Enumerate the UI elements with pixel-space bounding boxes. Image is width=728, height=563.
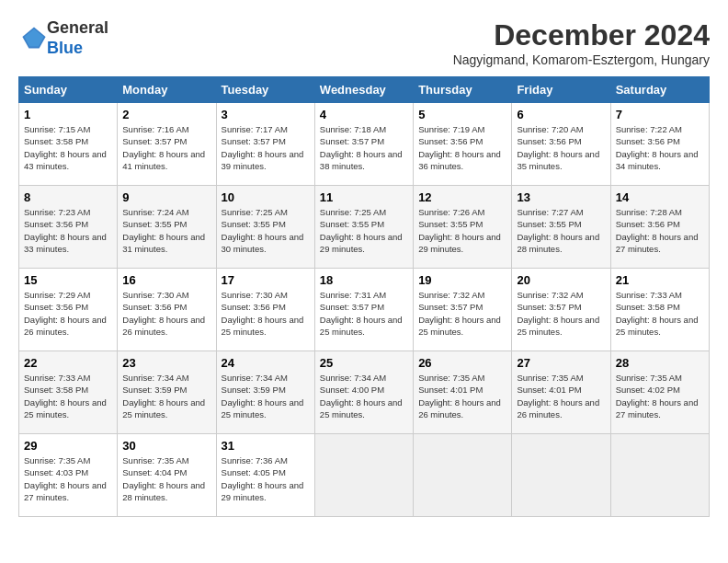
day-info: Sunrise: 7:17 AM Sunset: 3:57 PM Dayligh…: [222, 123, 310, 172]
header-monday: Monday: [118, 77, 216, 103]
day-number: 23: [122, 356, 210, 370]
day-number: 3: [222, 108, 310, 121]
day-info: Sunrise: 7:26 AM Sunset: 3:55 PM Dayligh…: [418, 206, 506, 255]
day-number: 12: [418, 190, 506, 204]
calendar-cell: 9Sunrise: 7:24 AM Sunset: 3:55 PM Daylig…: [118, 186, 216, 269]
day-number: 31: [222, 439, 310, 453]
day-number: 8: [24, 190, 112, 204]
day-number: 22: [24, 356, 112, 370]
calendar-cell: 22Sunrise: 7:33 AM Sunset: 3:58 PM Dayli…: [19, 351, 118, 434]
day-info: Sunrise: 7:29 AM Sunset: 3:56 PM Dayligh…: [24, 289, 112, 338]
calendar-week-5: 29Sunrise: 7:35 AM Sunset: 4:03 PM Dayli…: [19, 434, 710, 517]
day-info: Sunrise: 7:32 AM Sunset: 3:57 PM Dayligh…: [517, 289, 605, 338]
calendar-cell: [414, 434, 512, 517]
day-info: Sunrise: 7:27 AM Sunset: 3:55 PM Dayligh…: [517, 206, 605, 255]
day-number: 25: [320, 356, 408, 370]
calendar-cell: 2Sunrise: 7:16 AM Sunset: 3:57 PM Daylig…: [118, 103, 216, 186]
day-info: Sunrise: 7:16 AM Sunset: 3:57 PM Dayligh…: [122, 123, 210, 172]
calendar-cell: 31Sunrise: 7:36 AM Sunset: 4:05 PM Dayli…: [216, 434, 314, 517]
logo-icon: [21, 24, 47, 50]
day-info: Sunrise: 7:35 AM Sunset: 4:02 PM Dayligh…: [616, 372, 704, 420]
day-number: 6: [517, 108, 605, 121]
day-number: 20: [517, 273, 605, 287]
calendar-cell: 3Sunrise: 7:17 AM Sunset: 3:57 PM Daylig…: [216, 103, 314, 186]
day-number: 4: [320, 108, 408, 121]
day-number: 15: [24, 273, 112, 287]
day-info: Sunrise: 7:35 AM Sunset: 4:01 PM Dayligh…: [517, 372, 605, 420]
day-info: Sunrise: 7:30 AM Sunset: 3:56 PM Dayligh…: [222, 289, 310, 338]
day-number: 26: [418, 356, 506, 370]
day-number: 29: [24, 439, 112, 453]
calendar-header-row: SundayMondayTuesdayWednesdayThursdayFrid…: [19, 77, 710, 103]
calendar-cell: 15Sunrise: 7:29 AM Sunset: 3:56 PM Dayli…: [19, 269, 118, 351]
calendar-cell: 17Sunrise: 7:30 AM Sunset: 3:56 PM Dayli…: [216, 269, 314, 351]
header-tuesday: Tuesday: [216, 77, 314, 103]
calendar-week-4: 22Sunrise: 7:33 AM Sunset: 3:58 PM Dayli…: [19, 351, 710, 434]
day-info: Sunrise: 7:34 AM Sunset: 4:00 PM Dayligh…: [320, 372, 408, 420]
day-number: 7: [616, 108, 704, 121]
day-number: 19: [418, 273, 506, 287]
calendar-cell: 24Sunrise: 7:34 AM Sunset: 3:59 PM Dayli…: [216, 351, 314, 434]
header-sunday: Sunday: [19, 77, 118, 103]
day-info: Sunrise: 7:33 AM Sunset: 3:58 PM Dayligh…: [24, 372, 112, 420]
calendar-cell: 13Sunrise: 7:27 AM Sunset: 3:55 PM Dayli…: [512, 186, 610, 269]
day-number: 9: [122, 190, 210, 204]
calendar-cell: 23Sunrise: 7:34 AM Sunset: 3:59 PM Dayli…: [118, 351, 216, 434]
calendar-cell: 20Sunrise: 7:32 AM Sunset: 3:57 PM Dayli…: [512, 269, 610, 351]
day-info: Sunrise: 7:25 AM Sunset: 3:55 PM Dayligh…: [320, 206, 408, 255]
calendar-cell: 30Sunrise: 7:35 AM Sunset: 4:04 PM Dayli…: [118, 434, 216, 517]
calendar-cell: [314, 434, 413, 517]
day-info: Sunrise: 7:36 AM Sunset: 4:05 PM Dayligh…: [222, 454, 310, 503]
day-info: Sunrise: 7:35 AM Sunset: 4:03 PM Dayligh…: [24, 454, 112, 503]
logo: General Blue: [18, 18, 108, 58]
day-info: Sunrise: 7:31 AM Sunset: 3:57 PM Dayligh…: [320, 289, 408, 338]
day-info: Sunrise: 7:35 AM Sunset: 4:01 PM Dayligh…: [418, 372, 506, 420]
calendar-cell: 1Sunrise: 7:15 AM Sunset: 3:58 PM Daylig…: [19, 103, 118, 186]
calendar-cell: 11Sunrise: 7:25 AM Sunset: 3:55 PM Dayli…: [314, 186, 413, 269]
calendar-table: SundayMondayTuesdayWednesdayThursdayFrid…: [18, 76, 710, 517]
day-number: 30: [122, 439, 210, 453]
location-title: Nagyigmand, Komarom-Esztergom, Hungary: [453, 52, 710, 67]
day-info: Sunrise: 7:23 AM Sunset: 3:56 PM Dayligh…: [24, 206, 112, 255]
calendar-cell: 26Sunrise: 7:35 AM Sunset: 4:01 PM Dayli…: [414, 351, 512, 434]
calendar-cell: 21Sunrise: 7:33 AM Sunset: 3:58 PM Dayli…: [610, 269, 709, 351]
calendar-cell: 14Sunrise: 7:28 AM Sunset: 3:56 PM Dayli…: [610, 186, 709, 269]
calendar-cell: 12Sunrise: 7:26 AM Sunset: 3:55 PM Dayli…: [414, 186, 512, 269]
logo-general: General: [47, 18, 108, 37]
day-number: 5: [418, 108, 506, 121]
day-number: 14: [616, 190, 704, 204]
calendar-cell: [610, 434, 709, 517]
header-friday: Friday: [512, 77, 610, 103]
calendar-cell: 27Sunrise: 7:35 AM Sunset: 4:01 PM Dayli…: [512, 351, 610, 434]
day-number: 18: [320, 273, 408, 287]
day-number: 27: [517, 356, 605, 370]
day-info: Sunrise: 7:25 AM Sunset: 3:55 PM Dayligh…: [222, 206, 310, 255]
calendar-cell: 16Sunrise: 7:30 AM Sunset: 3:56 PM Dayli…: [118, 269, 216, 351]
calendar-cell: 4Sunrise: 7:18 AM Sunset: 3:57 PM Daylig…: [314, 103, 413, 186]
title-section: December 2024 Nagyigmand, Komarom-Eszter…: [453, 18, 710, 67]
day-info: Sunrise: 7:20 AM Sunset: 3:56 PM Dayligh…: [517, 123, 605, 172]
header-thursday: Thursday: [414, 77, 512, 103]
day-number: 21: [616, 273, 704, 287]
page-header: General Blue December 2024 Nagyigmand, K…: [18, 18, 710, 67]
calendar-cell: 10Sunrise: 7:25 AM Sunset: 3:55 PM Dayli…: [216, 186, 314, 269]
day-info: Sunrise: 7:24 AM Sunset: 3:55 PM Dayligh…: [122, 206, 210, 255]
calendar-cell: 7Sunrise: 7:22 AM Sunset: 3:56 PM Daylig…: [610, 103, 709, 186]
header-wednesday: Wednesday: [314, 77, 413, 103]
day-info: Sunrise: 7:18 AM Sunset: 3:57 PM Dayligh…: [320, 123, 408, 172]
calendar-week-3: 15Sunrise: 7:29 AM Sunset: 3:56 PM Dayli…: [19, 269, 710, 351]
day-number: 24: [222, 356, 310, 370]
calendar-week-2: 8Sunrise: 7:23 AM Sunset: 3:56 PM Daylig…: [19, 186, 710, 269]
day-number: 28: [616, 356, 704, 370]
day-number: 10: [222, 190, 310, 204]
calendar-cell: 8Sunrise: 7:23 AM Sunset: 3:56 PM Daylig…: [19, 186, 118, 269]
month-title: December 2024: [453, 18, 710, 52]
logo-text: General Blue: [47, 18, 108, 58]
header-saturday: Saturday: [610, 77, 709, 103]
calendar-cell: 6Sunrise: 7:20 AM Sunset: 3:56 PM Daylig…: [512, 103, 610, 186]
day-info: Sunrise: 7:34 AM Sunset: 3:59 PM Dayligh…: [122, 372, 210, 420]
day-number: 1: [24, 108, 112, 121]
day-number: 2: [122, 108, 210, 121]
day-number: 13: [517, 190, 605, 204]
day-number: 17: [222, 273, 310, 287]
